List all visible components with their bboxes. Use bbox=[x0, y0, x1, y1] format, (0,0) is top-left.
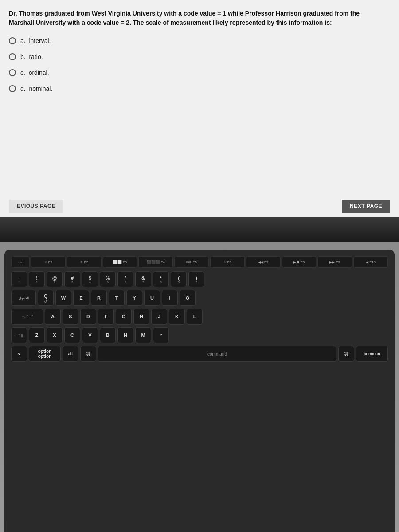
option-b-label: b. ratio. bbox=[20, 53, 43, 60]
option-d-label: d. nominal. bbox=[20, 85, 52, 92]
option-c-label: c. ordinal. bbox=[20, 69, 49, 76]
0-key[interactable]: )0 bbox=[188, 271, 204, 287]
f10-key[interactable]: ◀ F10 bbox=[353, 256, 388, 268]
r-key[interactable]: R bbox=[91, 290, 107, 306]
f9-key[interactable]: ▶▶ F9 bbox=[317, 256, 352, 268]
cmd-right-icon[interactable]: ⌘ bbox=[338, 346, 354, 362]
quiz-area: Dr. Thomas graduated from West Virginia … bbox=[0, 0, 399, 217]
f8-key[interactable]: ▶⏸ F8 bbox=[282, 256, 317, 268]
keyboard-body: esc ☀ F1 ☀ F2 ⬜⬜ F3 ⬛⬛⬛ F4 ⌨ F5 ☀ F6 ◀◀ … bbox=[4, 250, 395, 532]
bottom-row: ol option option alt ⌘ command ⌘ comman bbox=[11, 346, 388, 362]
alt-key[interactable]: alt bbox=[63, 346, 78, 362]
2-key[interactable]: @2 bbox=[47, 271, 63, 287]
6-key[interactable]: ^6 bbox=[117, 271, 133, 287]
zxcv-row: ...‟ || Z X C V B N M < bbox=[11, 327, 388, 343]
h-key[interactable]: H bbox=[133, 309, 149, 325]
screen-bezel-bottom bbox=[0, 217, 399, 242]
radio-b[interactable] bbox=[9, 53, 16, 60]
qwerty-row: الحقول Qق W E R T Y U I bbox=[11, 290, 388, 306]
8-key[interactable]: *8 bbox=[153, 271, 169, 287]
cmd-left-icon[interactable]: ⌘ bbox=[80, 346, 96, 362]
i-key[interactable]: I bbox=[162, 290, 178, 306]
v-key[interactable]: V bbox=[82, 327, 98, 343]
shift-left-key[interactable]: ...‟ || bbox=[11, 327, 27, 343]
t-key[interactable]: T bbox=[109, 290, 125, 306]
tab-key[interactable]: الحقول bbox=[11, 290, 36, 306]
e-key[interactable]: E bbox=[73, 290, 89, 306]
f1-key[interactable]: ☀ F1 bbox=[31, 256, 66, 268]
comma-key[interactable]: < bbox=[153, 327, 169, 343]
7-key[interactable]: &7 bbox=[135, 271, 151, 287]
option-key[interactable]: option option bbox=[29, 346, 61, 362]
b-key[interactable]: B bbox=[100, 327, 116, 343]
g-key[interactable]: G bbox=[116, 309, 132, 325]
option-c[interactable]: c. ordinal. bbox=[9, 69, 386, 76]
option-a[interactable]: a. interval. bbox=[9, 37, 386, 44]
q-key[interactable]: Qق bbox=[38, 290, 54, 306]
s-key[interactable]: S bbox=[63, 309, 78, 325]
tilde-key[interactable]: ~` bbox=[11, 271, 27, 287]
command-right-key[interactable]: comman bbox=[356, 346, 388, 362]
ctrl-left-key[interactable]: ol bbox=[11, 346, 27, 362]
f4-key[interactable]: ⬛⬛⬛ F4 bbox=[138, 256, 173, 268]
d-key[interactable]: D bbox=[80, 309, 96, 325]
x-key[interactable]: X bbox=[47, 327, 63, 343]
number-row: ~` !1 @2 #3 $4 %5 ^6 &7 bbox=[11, 271, 388, 287]
next-page-button[interactable]: NEXT PAGE bbox=[342, 200, 390, 213]
asdf-row: ثبيت" ..." A S D F G H J bbox=[11, 309, 388, 325]
j-key[interactable]: J bbox=[151, 309, 167, 325]
9-key[interactable]: (9 bbox=[171, 271, 187, 287]
f3-key[interactable]: ⬜⬜ F3 bbox=[103, 256, 137, 268]
nav-bar: EVIOUS PAGE NEXT PAGE bbox=[0, 195, 399, 217]
w-key[interactable]: W bbox=[55, 290, 71, 306]
spacebar-key[interactable]: command bbox=[98, 346, 336, 362]
option-d[interactable]: d. nominal. bbox=[9, 85, 386, 92]
f-key[interactable]: F bbox=[98, 309, 114, 325]
radio-d[interactable] bbox=[9, 85, 16, 92]
radio-c[interactable] bbox=[9, 69, 16, 76]
y-key[interactable]: Y bbox=[126, 290, 142, 306]
esc-key[interactable]: esc bbox=[11, 256, 30, 268]
1-key[interactable]: !1 bbox=[29, 271, 45, 287]
prev-page-button[interactable]: EVIOUS PAGE bbox=[9, 200, 63, 213]
f5-key[interactable]: ⌨ F5 bbox=[174, 256, 209, 268]
3-key[interactable]: #3 bbox=[64, 271, 80, 287]
z-key[interactable]: Z bbox=[29, 327, 45, 343]
caps-key[interactable]: ثبيت" ..." bbox=[11, 309, 43, 325]
keyboard-section: esc ☀ F1 ☀ F2 ⬜⬜ F3 ⬛⬛⬛ F4 ⌨ F5 ☀ F6 ◀◀ … bbox=[0, 242, 399, 532]
f6-key[interactable]: ☀ F6 bbox=[210, 256, 245, 268]
f2-key[interactable]: ☀ F2 bbox=[67, 256, 102, 268]
a-key[interactable]: A bbox=[45, 309, 61, 325]
question-text: Dr. Thomas graduated from West Virginia … bbox=[9, 9, 386, 27]
c-key[interactable]: C bbox=[64, 327, 80, 343]
u-key[interactable]: U bbox=[144, 290, 160, 306]
k-key[interactable]: K bbox=[169, 309, 185, 325]
m-key[interactable]: M bbox=[135, 327, 151, 343]
5-key[interactable]: %5 bbox=[100, 271, 116, 287]
option-b[interactable]: b. ratio. bbox=[9, 53, 386, 60]
option-a-label: a. interval. bbox=[20, 37, 51, 44]
4-key[interactable]: $4 bbox=[82, 271, 98, 287]
l-key[interactable]: L bbox=[187, 309, 203, 325]
radio-a[interactable] bbox=[9, 37, 16, 44]
n-key[interactable]: N bbox=[117, 327, 133, 343]
f7-key[interactable]: ◀◀ F7 bbox=[246, 256, 281, 268]
o-key[interactable]: O bbox=[180, 290, 196, 306]
fn-row: esc ☀ F1 ☀ F2 ⬜⬜ F3 ⬛⬛⬛ F4 ⌨ F5 ☀ F6 ◀◀ … bbox=[11, 256, 388, 268]
